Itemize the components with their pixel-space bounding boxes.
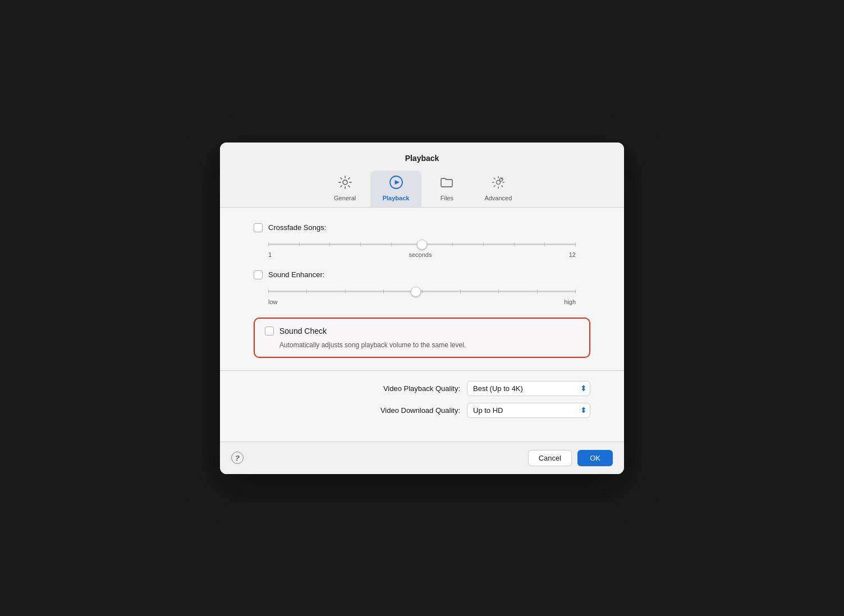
enhancer-low-label: low (268, 298, 278, 305)
video-playback-label: Video Playback Quality: (383, 384, 460, 393)
sound-check-label: Sound Check (279, 327, 327, 335)
ok-button[interactable]: OK (577, 450, 613, 466)
enhancer-high-label: high (564, 298, 576, 305)
video-playback-select-wrapper: Best (Up to 4K) Better (Up to 1080p) Goo… (467, 381, 590, 396)
help-button[interactable]: ? (231, 452, 244, 464)
tab-files[interactable]: Files (421, 171, 472, 207)
tick (360, 242, 361, 246)
crossfade-slider-labels: 1 seconds 12 (268, 249, 576, 258)
tick (306, 289, 307, 293)
tick (422, 289, 423, 293)
tick (345, 289, 346, 293)
gear-icon (338, 175, 352, 192)
tick (268, 242, 269, 246)
tick (391, 242, 392, 246)
tick (575, 242, 576, 246)
video-download-label: Video Download Quality: (380, 406, 460, 415)
dialog-footer: ? Cancel OK (220, 442, 624, 474)
tab-advanced[interactable]: Advanced (472, 171, 524, 207)
tick (544, 242, 545, 246)
video-download-select-wrapper: Up to HD Up to SD Best Available ⬍ (467, 403, 590, 418)
tick (299, 242, 300, 246)
crossfade-checkbox[interactable] (254, 223, 263, 232)
tab-general-label: General (334, 195, 356, 201)
enhancer-thumb[interactable] (411, 287, 421, 297)
tick (575, 289, 576, 293)
sound-enhancer-slider-line (268, 291, 576, 292)
sound-enhancer-row: Sound Enhancer: (254, 270, 590, 279)
video-download-row: Video Download Quality: Up to HD Up to S… (254, 403, 590, 418)
gear-advanced-icon (491, 175, 506, 192)
tick (460, 289, 461, 293)
tick (452, 242, 453, 246)
tick (537, 289, 538, 293)
video-download-select[interactable]: Up to HD Up to SD Best Available (467, 403, 590, 418)
enhancer-ticks (268, 291, 576, 292)
sound-check-checkbox[interactable] (265, 327, 274, 335)
dialog-title: Playback (405, 154, 439, 163)
tick (498, 289, 499, 293)
dialog-header: Playback General (220, 142, 624, 208)
video-playback-row: Video Playback Quality: Best (Up to 4K) … (254, 381, 590, 396)
crossfade-row: Crossfade Songs: (254, 223, 590, 232)
preferences-dialog: Playback General (220, 142, 624, 474)
tick (268, 289, 269, 293)
tab-bar: General Playback File (320, 171, 525, 207)
svg-point-0 (343, 180, 347, 185)
tab-playback-label: Playback (383, 195, 410, 201)
quality-section: Video Playback Quality: Best (Up to 4K) … (254, 371, 590, 430)
sound-enhancer-label: Sound Enhancer: (268, 270, 324, 279)
crossfade-section: Crossfade Songs: (254, 223, 590, 260)
tab-general[interactable]: General (320, 171, 370, 207)
sound-check-row: Sound Check (265, 327, 579, 335)
tab-playback[interactable]: Playback (370, 171, 422, 207)
sound-enhancer-slider-track (268, 287, 576, 296)
crossfade-center-label: seconds (272, 251, 569, 258)
sound-check-box: Sound Check Automatically adjusts song p… (254, 318, 590, 358)
cancel-button[interactable]: Cancel (528, 450, 572, 466)
crossfade-slider-track (268, 240, 576, 249)
crossfade-label: Crossfade Songs: (268, 223, 326, 232)
crossfade-slider-line (268, 243, 576, 245)
enhancer-slider-labels: low high (268, 296, 576, 305)
svg-marker-2 (395, 180, 400, 185)
dialog-content: Crossfade Songs: (220, 208, 624, 442)
folder-icon (439, 175, 454, 192)
sound-enhancer-section: Sound Enhancer: (254, 270, 590, 307)
tab-files-label: Files (441, 195, 453, 201)
sound-enhancer-slider-container: low high (254, 285, 590, 307)
tick (514, 242, 515, 246)
crossfade-slider-container: 1 seconds 12 (254, 238, 590, 260)
play-circle-icon (389, 175, 403, 192)
video-playback-select[interactable]: Best (Up to 4K) Better (Up to 1080p) Goo… (467, 381, 590, 396)
crossfade-thumb[interactable] (417, 240, 427, 250)
crossfade-max-label: 12 (569, 251, 576, 258)
tick (483, 242, 484, 246)
tab-advanced-label: Advanced (484, 195, 512, 201)
sound-check-description: Automatically adjusts song playback volu… (279, 341, 579, 349)
tick (383, 289, 384, 293)
footer-buttons: Cancel OK (528, 450, 613, 466)
tick (329, 242, 330, 246)
sound-enhancer-checkbox[interactable] (254, 270, 263, 279)
